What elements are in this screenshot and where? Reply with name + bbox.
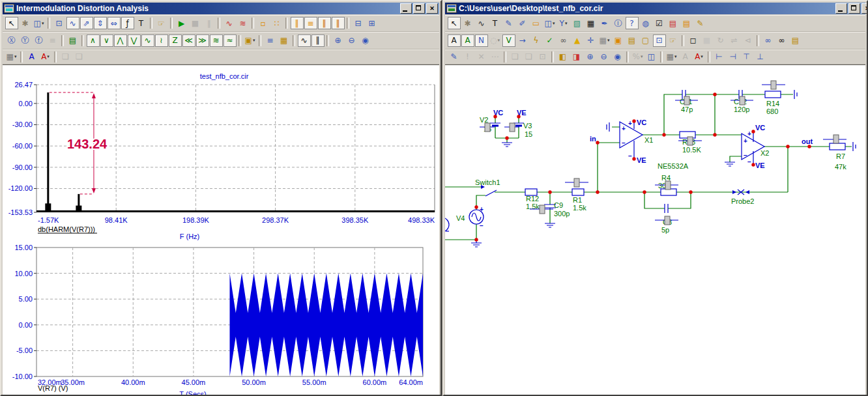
zoom-auto-button[interactable]: ◉ (611, 51, 624, 63)
go-to-flag-button[interactable]: ▤ (789, 35, 802, 47)
slider-handle[interactable] (510, 123, 515, 132)
show-wire-text-button[interactable]: A (461, 35, 474, 47)
fft-spectrum-plot[interactable]: 26.470.00-30.00-60.00-90.00-120.00-153.5… (3, 70, 439, 242)
peak-button[interactable]: ∧ (87, 35, 100, 47)
polygon-mode-button[interactable]: ✐ (516, 17, 529, 29)
no-connect-button[interactable]: ✕ (475, 51, 488, 63)
show-current-button[interactable]: → (516, 35, 529, 47)
high-button[interactable]: ⋀ (114, 35, 127, 47)
wires[interactable] (445, 94, 852, 240)
minimize-button[interactable] (835, 3, 847, 14)
cross-hair-cursor-button[interactable]: ✛ (585, 35, 598, 47)
align-cursors-button[interactable]: ∿ (298, 35, 311, 47)
font-button[interactable]: A (679, 51, 692, 63)
cursor-right-button[interactable]: ‖ (318, 17, 331, 29)
numeric-output-button[interactable]: ▦ (278, 35, 291, 47)
flip-window-button[interactable]: ◫▾ (543, 17, 557, 29)
pan-mode-button[interactable]: ✱ (19, 17, 32, 29)
switch-blade[interactable] (485, 190, 497, 196)
shape-tool-button[interactable]: Y▾ (557, 17, 570, 29)
node-snap-button[interactable]: ! (461, 51, 474, 63)
show-conditions-button[interactable]: ✓ (543, 35, 557, 47)
flip-window-button[interactable]: ◫▾ (33, 17, 46, 29)
find-button[interactable]: ∞ (775, 35, 788, 47)
page-scroll-button[interactable]: ◫ (645, 51, 658, 63)
minimize-button[interactable] (400, 3, 412, 14)
mirror-button[interactable]: ⇌ (728, 35, 741, 47)
global-low-button[interactable]: Z (169, 35, 182, 47)
slider-handle[interactable] (665, 181, 671, 190)
cursor-mode-button[interactable]: ⇗ (80, 17, 93, 29)
capacitor-c3[interactable] (665, 204, 668, 213)
border-display-button[interactable]: ▣ (612, 35, 625, 47)
font-color-button[interactable]: A▾ (693, 51, 706, 63)
resistor-r1[interactable] (572, 189, 584, 195)
run-button[interactable]: ▶ (175, 17, 188, 29)
go-to-performance-button[interactable]: ⓕ (33, 35, 46, 47)
clipboard-button[interactable]: ▣▾ (244, 35, 257, 47)
edit-info-button[interactable]: ✎ (448, 51, 461, 63)
show-attribute-text-button[interactable]: A (448, 35, 461, 47)
close-button[interactable]: ✕ (426, 3, 438, 14)
maximize-button[interactable] (413, 3, 425, 14)
slider-handle[interactable] (833, 135, 839, 143)
go-to-x-button[interactable]: Ⓧ (5, 35, 18, 47)
zoom-auto-button[interactable]: ◉ (359, 35, 372, 47)
sine-source-partial[interactable] (445, 218, 449, 232)
design-rules-button[interactable]: %▾ (631, 51, 644, 63)
slider-handle[interactable] (485, 123, 490, 132)
select-mode-button[interactable]: ↖ (448, 17, 461, 29)
show-warnings-button[interactable]: ▲ (571, 35, 584, 47)
flip-y-button[interactable]: ⊲ (742, 35, 755, 47)
schematic-canvas[interactable]: + − + − + − + − + − V2 15 V3 15 Switch1 … (445, 65, 865, 395)
slider-handle[interactable] (665, 216, 670, 225)
zoom-in-button[interactable]: ⊕ (332, 35, 345, 47)
label-branches-button[interactable]: ≡ (264, 35, 277, 47)
enable-mode-button[interactable]: ☑ (653, 17, 666, 29)
valley-button[interactable]: ∨ (100, 35, 113, 47)
reduce-data-button[interactable]: ≋ (237, 17, 250, 29)
cursor-bottom-button[interactable]: ≪ (182, 35, 195, 47)
performance-tag-mode-button[interactable]: ƒ (121, 17, 134, 29)
go-to-y-button[interactable]: Ⓨ (19, 35, 32, 47)
maximize-button[interactable] (848, 3, 860, 14)
bring-to-front-button[interactable]: ❏ (59, 51, 72, 63)
show-node-numbers-button[interactable]: N (475, 35, 488, 47)
slider-handle[interactable] (687, 137, 693, 145)
cursor-lines-button[interactable]: ≡ (304, 17, 317, 29)
send-to-back-button[interactable]: ❏ (523, 51, 536, 63)
pane-layout-button[interactable]: ▦▾ (665, 51, 678, 63)
schematic-titlebar[interactable]: C:\Users\user\Desktop\test_nfb_cor.cir ✕ (445, 3, 865, 14)
next-simulation-button[interactable]: ≋ (210, 35, 223, 47)
next-branch-button[interactable]: ≈ (224, 35, 237, 47)
attributes-dialog-button[interactable]: ☞ (667, 35, 680, 47)
stop-button[interactable]: ■ (189, 17, 202, 29)
align-right-button[interactable]: ⊣ (727, 51, 740, 63)
zoom-rectangle-button[interactable]: ⊡ (53, 17, 66, 29)
grid-button[interactable]: ▦▾ (598, 35, 611, 47)
rotate-button[interactable]: ↻ (714, 35, 727, 47)
align-bottom-button[interactable]: ⊥ (754, 51, 767, 63)
show-power-button[interactable]: ϟ (530, 35, 543, 47)
go-to-branch-button[interactable]: ≡ (46, 35, 59, 47)
slider-handle[interactable] (740, 96, 745, 105)
web-link-button[interactable]: ◍ (639, 17, 652, 29)
wire-mode-button[interactable]: ∿ (475, 17, 488, 29)
picture-button[interactable]: ▧ (571, 17, 584, 29)
table-button[interactable]: ▦ (585, 17, 598, 29)
bring-to-front-button[interactable]: ❏ (509, 51, 522, 63)
select-mode-button[interactable]: ↖ (5, 17, 18, 29)
global-high-button[interactable]: ≀ (155, 35, 168, 47)
region-enable-button[interactable]: ▤ (680, 17, 693, 29)
show-mode-extra-button[interactable]: ◌▾ (489, 35, 502, 47)
info-mode-button[interactable]: Ⓘ (612, 17, 625, 29)
slider-handle[interactable] (540, 205, 545, 214)
pane-layout-button[interactable]: ▦▾ (5, 51, 18, 63)
font-color-button[interactable]: A▾ (39, 51, 52, 63)
horizontal-axis-line-button[interactable]: ⊟ (352, 17, 365, 29)
align-left-button[interactable]: ⊢ (713, 51, 726, 63)
cursor-both-button[interactable]: ‖ (332, 17, 345, 29)
select-region-button[interactable]: ▫ (257, 17, 270, 29)
keep-cursors-button[interactable]: ‖ (311, 35, 325, 47)
close-button[interactable]: ✕ (861, 3, 868, 14)
